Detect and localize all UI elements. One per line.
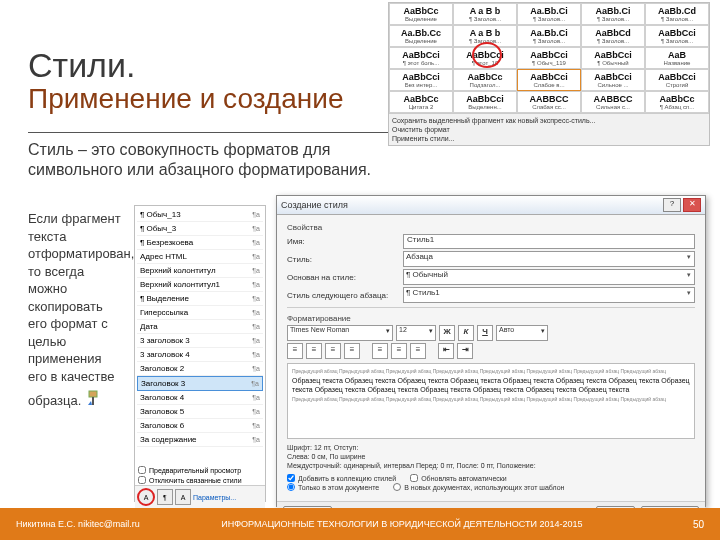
gallery-save-style[interactable]: Сохранить выделенный фрагмент как новый … — [392, 117, 706, 124]
format-painter-icon — [85, 389, 105, 409]
style-list-item[interactable]: Заголовок 6¶a — [137, 419, 263, 433]
type-select[interactable]: Абзаца — [403, 251, 695, 267]
preview-checkbox[interactable]: Предварительный просмотр — [135, 465, 265, 475]
gallery-style-cell[interactable]: AaBbCcПодзагол... — [453, 69, 517, 91]
font-select[interactable]: Times New Roman — [287, 325, 393, 341]
name-field[interactable]: Стиль1 — [403, 234, 695, 249]
align-justify-button[interactable]: ≡ — [344, 343, 360, 359]
gallery-style-cell[interactable]: AaBНазвание — [645, 47, 709, 69]
style-list-item[interactable]: 3 заголовок 4¶a — [137, 348, 263, 362]
definition-text: Стиль – это совокупность форматов для си… — [28, 140, 398, 180]
style-list-item[interactable]: Заголовок 5¶a — [137, 405, 263, 419]
gallery-style-cell[interactable]: AaBbCci¶ Обыч_119 — [517, 47, 581, 69]
create-style-dialog: Создание стиля ? ✕ Свойства Имя:Стиль1 С… — [276, 195, 706, 507]
styles-pane: ¶ Обыч_13¶a¶ Обыч_3¶a¶ Безрезкоева¶aАдре… — [134, 205, 266, 502]
manage-styles-button[interactable]: A — [175, 489, 191, 505]
only-this-doc-radio[interactable]: Только в этом документе — [287, 483, 379, 491]
indent-dec-button[interactable]: ⇤ — [438, 343, 454, 359]
style-list-item[interactable]: Адрес HTML¶a — [137, 250, 263, 264]
style-list-item[interactable]: Заголовок 4¶a — [137, 391, 263, 405]
gallery-style-cell[interactable]: AaBbCc¶ Абзац сп... — [645, 91, 709, 113]
style-list-item[interactable]: Верхний колонтитул1¶a — [137, 278, 263, 292]
disable-linked-checkbox[interactable]: Отключить связанные стили — [135, 475, 265, 485]
gallery-style-cell[interactable]: AaBb.Ci¶ Заголов... — [581, 3, 645, 25]
style-list-item[interactable]: Заголовок 3¶a — [137, 376, 263, 391]
style-list-item[interactable]: ¶ Обыч_13¶a — [137, 208, 263, 222]
gallery-style-cell[interactable]: AABBCCСлабая сс... — [517, 91, 581, 113]
style-list-item[interactable]: За содержание¶a — [137, 433, 263, 447]
size-select[interactable]: 12 — [396, 325, 436, 341]
gallery-style-cell[interactable]: AaBb.Cd¶ Заголов... — [645, 3, 709, 25]
styles-list: ¶ Обыч_13¶a¶ Обыч_3¶a¶ Безрезкоева¶aАдре… — [135, 206, 265, 465]
spacing-1-button[interactable]: ≡ — [372, 343, 388, 359]
color-select[interactable]: Авто — [496, 325, 548, 341]
indent-inc-button[interactable]: ⇥ — [457, 343, 473, 359]
bold-button[interactable]: Ж — [439, 325, 455, 341]
gallery-style-cell[interactable]: AaBbCcЦитата 2 — [389, 91, 453, 113]
style-list-item[interactable]: Заголовок 2¶a — [137, 362, 263, 376]
style-list-item[interactable]: Гиперссылка¶a — [137, 306, 263, 320]
dialog-titlebar: Создание стиля ? ✕ — [277, 196, 705, 215]
slide: Стили. Применение и создание Стиль – это… — [0, 0, 720, 540]
label-type: Стиль: — [287, 255, 397, 264]
style-inspector-button[interactable]: ¶ — [157, 489, 173, 505]
spacing-2-button[interactable]: ≡ — [391, 343, 407, 359]
preview-box: Предыдущий абзац Предыдущий абзац Предыд… — [287, 363, 695, 439]
align-right-button[interactable]: ≡ — [325, 343, 341, 359]
help-button[interactable]: ? — [663, 198, 681, 212]
new-style-button[interactable]: A — [137, 488, 155, 506]
align-left-button[interactable]: ≡ — [287, 343, 303, 359]
add-to-collection-checkbox[interactable]: Добавить в коллекцию стилей — [287, 474, 396, 482]
style-list-item[interactable]: ¶ Обыч_3¶a — [137, 222, 263, 236]
preview-prev: Предыдущий абзац Предыдущий абзац Предыд… — [292, 368, 690, 374]
gallery-style-cell[interactable]: AaBbCciВыделенн... — [453, 91, 517, 113]
style-list-item[interactable]: Дата¶a — [137, 320, 263, 334]
gallery-style-cell[interactable]: AaBbCciБез интер... — [389, 69, 453, 91]
title-block: Стили. Применение и создание — [28, 48, 343, 113]
gallery-clear-format[interactable]: Очистить формат — [392, 126, 706, 133]
gallery-apply-styles[interactable]: Применить стили... — [392, 135, 706, 142]
options-link[interactable]: Параметры... — [193, 494, 236, 501]
title-rule — [28, 132, 388, 133]
gallery-style-cell[interactable]: AaBbCci¶ Заголов... — [645, 25, 709, 47]
footer-course: ИНФОРМАЦИОННЫЕ ТЕХНОЛОГИИ В ЮРИДИЧЕСКОЙ … — [140, 519, 664, 529]
section-formatting: Форматирование — [287, 314, 695, 323]
underline-button[interactable]: Ч — [477, 325, 493, 341]
style-list-item[interactable]: ¶ Выделение¶a — [137, 292, 263, 306]
gallery-style-cell[interactable]: Aa.Bb.Ci¶ Заголов... — [517, 3, 581, 25]
dialog-options: Добавить в коллекцию стилей Обновлять ав… — [287, 474, 695, 491]
style-list-item[interactable]: Верхний колонтитул¶a — [137, 264, 263, 278]
align-center-button[interactable]: ≡ — [306, 343, 322, 359]
title-sub: Применение и создание — [28, 84, 343, 113]
gallery-style-cell[interactable]: AaBbCcВыделение — [389, 3, 453, 25]
gallery-style-cell[interactable]: AaBbCciСтрогий — [645, 69, 709, 91]
next-para-select[interactable]: ¶ Стиль1 — [403, 287, 695, 303]
gallery-style-cell[interactable]: Aa.Bb.CcВыделение — [389, 25, 453, 47]
auto-update-checkbox[interactable]: Обновлять автоматически — [410, 474, 507, 482]
gallery-style-cell[interactable]: AaBbCci¶ этот_10 — [453, 47, 517, 69]
styles-gallery: AaBbCcВыделениеA a B b¶ Заголов...Aa.Bb.… — [388, 2, 710, 146]
gallery-style-cell[interactable]: AaBbCciСильное ... — [581, 69, 645, 91]
gallery-style-cell[interactable]: AaBbCci¶ Обычный — [581, 47, 645, 69]
italic-button[interactable]: К — [458, 325, 474, 341]
gallery-style-cell[interactable]: A a B b¶ Заголов... — [453, 25, 517, 47]
new-docs-radio[interactable]: В новых документах, использующих этот ша… — [393, 483, 564, 491]
close-button[interactable]: ✕ — [683, 198, 701, 212]
label-next: Стиль следующего абзаца: — [287, 291, 397, 300]
style-list-item[interactable]: ¶ Безрезкоева¶a — [137, 236, 263, 250]
gallery-style-cell[interactable]: AABBCCСильная с... — [581, 91, 645, 113]
slide-footer: Никитина Е.С. nikitec@mail.ru ИНФОРМАЦИО… — [0, 508, 720, 540]
based-on-select[interactable]: ¶ Обычный — [403, 269, 695, 285]
body-paragraph: Если фрагмент текста отформатирован, то … — [28, 211, 134, 408]
label-name: Имя: — [287, 237, 397, 246]
dialog-title: Создание стиля — [281, 200, 348, 210]
gallery-style-cell[interactable]: Aa.Bb.Ci¶ Заголов... — [517, 25, 581, 47]
preview-sample: Образец текста Образец текста Образец те… — [292, 376, 690, 394]
gallery-style-cell[interactable]: AaBbCciСлабое в... — [517, 69, 581, 91]
gallery-style-cell[interactable]: AaBbCci¶ этот боль... — [389, 47, 453, 69]
spacing-3-button[interactable]: ≡ — [410, 343, 426, 359]
dialog-body: Свойства Имя:Стиль1 Стиль:Абзаца Основан… — [277, 215, 705, 501]
gallery-style-cell[interactable]: A a B b¶ Заголов... — [453, 3, 517, 25]
gallery-style-cell[interactable]: AaBbCd¶ Заголов... — [581, 25, 645, 47]
style-list-item[interactable]: 3 заголовок 3¶a — [137, 334, 263, 348]
